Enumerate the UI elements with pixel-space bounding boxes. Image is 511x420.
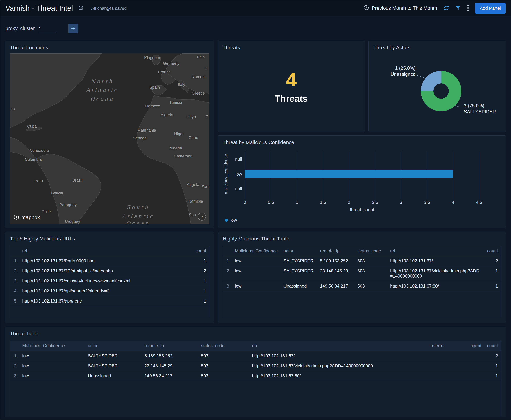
share-button[interactable] [78,5,83,12]
row-index: 5 [10,296,19,306]
country-label: Greece [192,91,205,96]
x-tick-label: 4 [452,200,454,205]
table-cell: 149.56.34.217 [317,281,355,291]
country-label: Peru [35,179,43,183]
more-options-button[interactable] [467,5,469,12]
country-label: Italy [178,82,185,87]
row-index: 1 [223,256,232,266]
table-row: 2http://103.102.131.67/TP/html/public/in… [10,266,209,276]
column-header: uri [19,246,193,256]
bar-chart: malicious_confidence null low null [223,152,501,212]
add-filter-button[interactable]: + [68,23,78,33]
donut-chart[interactable] [421,71,461,111]
panel-threat-table: Threat Table Malicious_Confidenceactorre… [5,327,506,417]
table-cell: 1 [193,296,209,306]
x-tick-label: 2.5 [372,200,378,205]
country-label: Zamb [201,184,209,189]
table-header-row: Malicious_Confidenceactorremote_ipstatus… [10,341,501,351]
ocean-label: Ocean [90,96,114,102]
column-header: agent [448,341,484,351]
column-header: uri [249,341,406,351]
autosave-status: All changes saved [91,6,127,11]
table-cell: 5.189.153.252 [317,256,355,266]
mapbox-attribution[interactable]: mapbox [14,214,40,221]
table-row: 4http://103.102.131.67/api/search?folder… [10,286,209,296]
table-cell: 1 [193,276,209,286]
table-cell: SALTYSPIDER [85,351,141,361]
bar-low[interactable] [245,170,453,178]
chart-legend[interactable]: low [225,218,501,223]
table-cell: 503 [355,256,387,266]
country-label: Namibia [188,199,203,204]
country-label: E [205,115,208,119]
x-axis-ticks: 00.511.522.533.544.5 [245,200,479,206]
x-tick-label: 1 [296,200,298,205]
time-range-selector[interactable]: Previous Month to This Month [363,5,437,12]
country-label: Nigeria [169,146,182,150]
column-header: count [193,246,209,256]
refresh-icon [443,5,449,12]
column-header: status_code [198,341,249,351]
time-range-label: Previous Month to This Month [372,6,437,11]
country-label: Paraguay [59,202,77,207]
data-table: uricount1http://103.102.131.67/Portal000… [10,246,209,306]
x-tick-label: 0.5 [268,200,274,205]
table-cell: low [19,361,85,371]
threat-count-value: 4 [286,69,297,91]
table-cell: 2 [484,256,501,266]
table-cell: http://103.102.131.67/cms/wp-includes/wl… [19,276,193,286]
filter-proxy-cluster-input[interactable] [38,25,57,32]
column-header: actor [281,246,317,256]
country-label: France [158,70,170,75]
donut-label-name: Unassigned [373,71,416,77]
table-cell: http://103.102.131.67/ [387,256,484,266]
country-label: Chile [42,210,51,214]
table-cell: low [19,371,85,381]
table-row: 1lowSALTYSPIDER5.189.153.252503http://10… [223,256,501,266]
y-tick-label: null [229,181,245,196]
donut-label-saltyspider: 3 (75.0%) SALTYSPIDER [464,103,496,115]
x-tick-label: 1.5 [320,200,326,205]
filter-button[interactable] [455,5,461,12]
map-info-button[interactable]: i [198,213,206,221]
table-row: 2lowSALTYSPIDER23.148.145.29503http://10… [223,266,501,281]
country-label: Romani [192,75,206,79]
table-cell: 1 [193,286,209,296]
x-tick-label: 2 [348,200,350,205]
table-cell: 1 [484,371,501,381]
column-header: referrer [406,341,448,351]
kebab-icon [467,5,469,12]
country-label: Brazil [72,178,82,183]
dashboard-content: Threat Locations [0,40,511,417]
table-cell: 503 [355,281,387,291]
world-map[interactable]: mapbox i esKingdomGermanyBelaFranceURoma… [10,53,209,224]
table-cell: http://103.102.131.67/vicidial/admin.php… [249,361,406,371]
column-header: Malicious_Confidence [232,246,281,256]
table-cell: http://103.102.131.67/Portal0000.htm [19,256,193,266]
country-label: Mauritania [137,128,156,133]
table-row: 3lowUnassigned149.56.34.217503http://103… [223,281,501,291]
table-cell: low [232,281,281,291]
add-panel-button[interactable]: Add Panel [475,3,505,14]
table-cell: SALTYSPIDER [281,256,317,266]
y-tick-label: null [229,152,245,167]
column-header: count [484,341,501,351]
table-cell [406,351,448,361]
table-cell [448,351,484,361]
panel-title: Highly Malicious Threat Table [223,236,501,242]
row-index: 2 [10,361,19,371]
row-index: 3 [223,281,232,291]
table-cell: SALTYSPIDER [85,361,141,371]
ocean-label: North [91,78,113,84]
table-row: 3lowUnassigned149.56.34.217503http://103… [10,371,501,381]
share-icon [78,5,83,12]
ocean-label: Atlantic [86,87,118,93]
table-row: 1lowSALTYSPIDER5.189.153.252503http://10… [10,351,501,361]
refresh-button[interactable] [443,5,449,12]
panel-title: Threat by Actors [373,45,501,51]
table-row: 2lowSALTYSPIDER23.148.145.29503http://10… [10,361,501,371]
donut-label-value: 3 (75.0%) [464,103,496,109]
table-cell: http://103.102.131.67:80/ [249,371,406,381]
table-cell: 1 [193,256,209,266]
panel-threats: Threats 4 Threats [218,40,365,132]
